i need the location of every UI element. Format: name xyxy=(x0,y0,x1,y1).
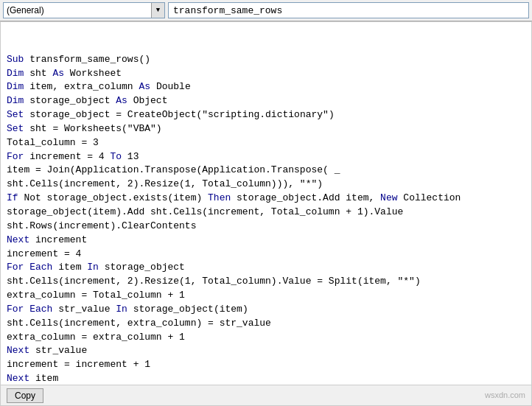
code-line: sht.Cells(increment, extra_column) = str… xyxy=(7,317,525,331)
general-select[interactable]: (General) xyxy=(3,2,165,18)
code-line: sht.Cells(increment, 2).Resize(1, Total_… xyxy=(7,178,525,192)
watermark: wsxdn.com xyxy=(485,390,525,402)
code-line: Dim sht As Worksheet xyxy=(7,67,525,81)
code-line: Set storage_object = CreateObject("scrip… xyxy=(7,108,525,122)
code-line: extra_column = extra_column + 1 xyxy=(7,331,525,345)
code-line: Sub transform_same_rows() xyxy=(7,53,525,67)
code-line: For Each str_value In storage_object(ite… xyxy=(7,303,525,317)
code-line: Total_column = 3 xyxy=(7,136,525,150)
code-line: item = Join(Application.Transpose(Applic… xyxy=(7,164,525,178)
code-line: sht.Rows(increment).ClearContents xyxy=(7,220,525,234)
code-line: Dim storage_object As Object xyxy=(7,94,525,108)
code-line: sht.Cells(increment, 2).Resize(1, Total_… xyxy=(7,275,525,289)
top-bar: (General) ▼ transform_same_rows xyxy=(0,0,532,21)
code-line: Next increment xyxy=(7,234,525,248)
code-line: Set sht = Worksheets("VBA") xyxy=(7,122,525,136)
function-title: transform_same_rows xyxy=(168,2,529,18)
code-line: extra_column = Total_column + 1 xyxy=(7,289,525,303)
code-editor: Sub transform_same_rows()Dim sht As Work… xyxy=(0,21,532,406)
code-lines: Sub transform_same_rows()Dim sht As Work… xyxy=(7,53,525,406)
code-line: storage_object(item).Add sht.Cells(incre… xyxy=(7,206,525,220)
code-line: increment = 4 xyxy=(7,248,525,262)
code-line: If Not storage_object.exists(item) Then … xyxy=(7,192,525,206)
general-select-container: (General) ▼ xyxy=(3,2,165,18)
code-line: Next str_value xyxy=(7,344,525,358)
code-line: increment = increment + 1 xyxy=(7,358,525,372)
code-line: For increment = 4 To 13 xyxy=(7,150,525,164)
code-line: Dim item, extra_column As Double xyxy=(7,80,525,94)
copy-button[interactable]: Copy xyxy=(7,388,43,403)
bottom-overlay: Copy wsxdn.com xyxy=(1,385,531,405)
code-line: For Each item In storage_object xyxy=(7,261,525,275)
